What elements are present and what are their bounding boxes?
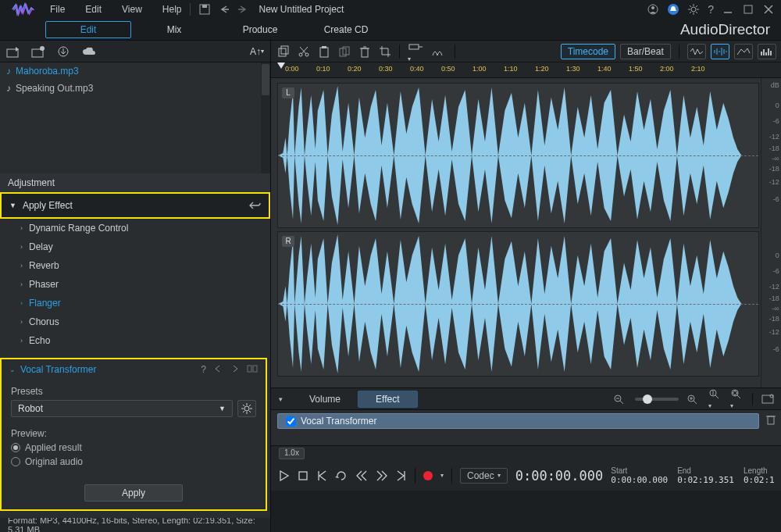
app-logo [0,2,45,16]
fullscreen-icon[interactable] [761,394,775,405]
apply-effect-header[interactable]: ▼ Apply Effect [2,194,269,217]
redo-icon[interactable] [230,364,241,375]
library-file-1[interactable]: ♪ Mahoroba.mp3 [0,62,270,80]
workspace-tab-produce[interactable]: Produce [217,19,303,40]
effect-dynamic-range[interactable]: ›Dynamic Range Control [0,219,267,237]
noise-icon[interactable] [431,45,447,58]
effect-flanger[interactable]: ›Flanger [0,294,267,312]
playback-speed[interactable]: 1.0x [279,448,305,459]
svg-line-12 [690,12,691,13]
forward-icon[interactable] [376,470,388,481]
record-dropdown-icon[interactable]: ▾ [440,472,444,479]
expand-icon: ⌄ [9,366,16,373]
cut-icon[interactable] [298,45,310,58]
effect-phaser[interactable]: ›Phaser [0,275,267,294]
preset-value: Robot [18,403,43,414]
svg-rect-70 [762,395,773,403]
barbeat-button[interactable]: Bar/Beat [620,44,671,59]
import-icon[interactable] [6,45,20,58]
notification-icon[interactable] [667,3,679,16]
view-waveform-icon[interactable] [711,44,729,59]
tab-volume[interactable]: Volume [292,391,358,408]
undo-icon[interactable] [212,364,223,375]
effect-delay[interactable]: ›Delay [0,237,267,256]
maximize-icon[interactable] [742,3,754,16]
help-icon[interactable]: ? [201,364,206,375]
minimize-icon[interactable] [722,3,734,16]
zoom-in-icon[interactable] [686,394,701,405]
paste-icon[interactable] [318,45,330,58]
zoom-fit-icon[interactable]: ▾ [730,388,744,410]
channel-left[interactable]: L [277,83,759,228]
library-file-2[interactable]: ♪ Speaking Out.mp3 [0,80,270,97]
library-file-name: Mahoroba.mp3 [16,66,79,77]
radio-original-audio[interactable]: Original audio [11,456,256,467]
delete-effect-icon[interactable] [765,413,776,426]
svg-rect-72 [768,416,774,424]
channel-right[interactable]: R [277,231,759,377]
settings-icon[interactable] [687,3,700,16]
stop-icon[interactable] [298,470,308,481]
compare-icon[interactable] [247,364,258,375]
close-icon[interactable] [762,3,775,16]
save-icon[interactable] [198,3,211,16]
view-stereo-icon[interactable] [687,44,706,59]
effect-chorus[interactable]: ›Chorus [0,312,267,331]
next-icon[interactable] [396,470,407,481]
zoom-out-icon[interactable] [613,394,627,405]
effect-reverb[interactable]: ›Reverb [0,256,267,275]
effect-echo[interactable]: ›Echo [0,331,267,350]
separator [190,3,191,16]
radio-applied-result[interactable]: Applied result [11,442,256,453]
tab-effect[interactable]: Effect [358,391,417,408]
adjustment-title: Adjustment [0,173,270,192]
sort-button[interactable]: A↑▾ [250,46,264,57]
download-icon[interactable] [56,45,70,58]
menu-file[interactable]: File [50,4,65,15]
effect-track: Vocal Transformer [271,409,781,445]
redo-icon[interactable] [236,3,248,16]
zoom-slider[interactable] [635,398,679,401]
copy-icon[interactable] [277,45,290,58]
rewind-icon[interactable] [355,470,368,481]
playhead-icon[interactable] [277,62,285,69]
record-icon[interactable] [31,45,45,58]
menu-edit[interactable]: Edit [85,4,102,15]
svg-rect-46 [409,45,419,49]
timecode-button[interactable]: Timecode [561,44,615,59]
codec-button[interactable]: Codec▾ [460,468,508,484]
effect-enable-checkbox[interactable] [286,416,296,427]
workspace-tab-mix[interactable]: Mix [131,19,217,40]
workspace-tab-edit[interactable]: Edit [45,21,131,38]
menu-view[interactable]: View [122,4,142,15]
apply-button[interactable]: Apply [84,484,183,502]
crop-icon[interactable] [379,45,391,58]
loop-icon[interactable] [335,470,348,481]
prev-icon[interactable] [316,470,327,481]
view-spectrum-icon[interactable] [758,44,776,59]
workspace-tab-createcd[interactable]: Create CD [303,19,389,40]
revert-icon[interactable] [248,200,261,211]
time-ruler[interactable]: 0:00 0:10 0:20 0:30 0:40 0:50 1:00 1:10 … [271,62,781,78]
record-button[interactable] [423,471,433,480]
undo-icon[interactable] [219,3,231,16]
collapse-icon[interactable]: ▾ [279,395,283,403]
effect-chip-label: Vocal Transformer [301,416,376,427]
account-icon[interactable] [647,3,659,16]
menu-help[interactable]: Help [162,4,182,15]
library-scrollbar[interactable] [261,62,270,173]
vocal-transformer-header[interactable]: ⌄ Vocal Transformer ? [2,359,266,380]
svg-point-5 [691,7,696,12]
paste-mix-icon[interactable] [338,45,351,58]
length-time: 0:02:1 [744,475,775,485]
zoom-v-icon[interactable]: ▾ [708,388,722,410]
help-icon[interactable]: ? [708,3,714,16]
play-icon[interactable] [279,470,290,481]
delete-icon[interactable] [358,45,371,58]
preset-select[interactable]: Robot ▼ [11,400,233,417]
insert-silence-icon[interactable]: ▾ [408,40,423,63]
view-spectral-icon[interactable] [734,44,753,59]
preset-settings-button[interactable] [237,400,256,417]
effect-chip-vocal-transformer[interactable]: Vocal Transformer [277,413,759,429]
cloud-icon[interactable] [81,45,97,58]
